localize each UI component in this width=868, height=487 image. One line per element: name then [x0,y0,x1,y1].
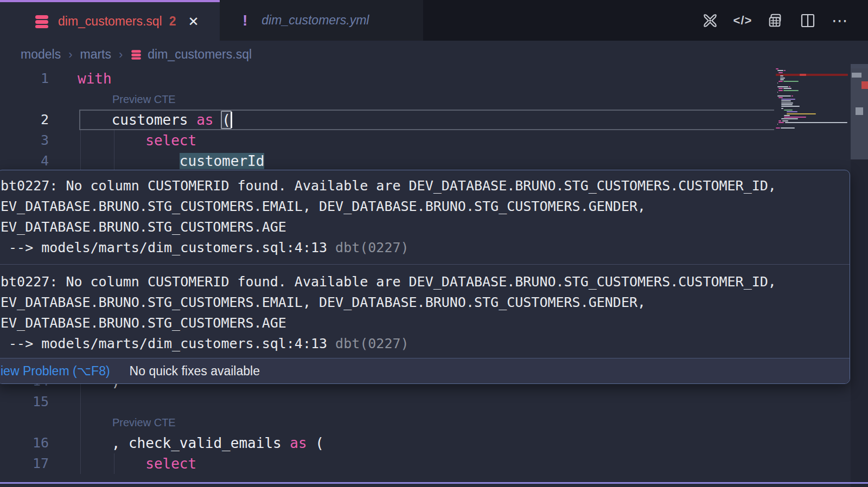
preview-cte-lens[interactable]: Preview CTE [112,89,176,110]
minimap-line [777,86,788,87]
error-code: dbt(0227) [327,240,409,255]
minimap-error-line [800,74,807,76]
breadcrumb-item-models[interactable]: models [21,47,61,62]
breadcrumb-file-label: dim_customers.sql [148,47,252,62]
minimap-line [780,79,784,80]
minimap-line [778,90,783,91]
breadcrumb-item-file[interactable]: dim_customers.sql [130,47,252,62]
minimap-line [783,90,799,91]
chevron-right-icon: › [68,48,72,62]
code-text: with [78,68,112,89]
indent-guide [80,384,81,474]
minimap-line [784,110,792,111]
minimap-line [781,99,795,100]
tab-label: dim_customers.sql [58,14,162,29]
tab-problem-count: 2 [169,14,176,29]
minimap-line [781,118,798,119]
minimap-line [777,124,778,125]
minimap-line [781,108,783,109]
text-cursor [231,112,232,128]
ruler-marker [856,107,863,115]
minimap-line [781,127,795,129]
error-code: dbt(0227) [327,336,409,351]
minimap-line [778,120,781,121]
breadcrumb: models › marts › dim_customers.sql [0,41,868,68]
code-line[interactable]: 3 select [0,130,868,151]
view-problem-link[interactable]: iew Problem (⌥F8) [1,364,110,379]
block-separator [0,264,850,265]
code-text: select [78,453,196,474]
code-editor[interactable]: 1withPreview CTE2 customers as (3 select… [0,68,868,487]
minimap-line [776,68,778,69]
minimap-line [781,104,792,105]
line-number: 16 [0,433,49,453]
line-number: 4 [0,151,49,171]
minimap-line [792,95,793,97]
line-number: 3 [0,130,49,151]
code-line[interactable]: 15 [0,392,868,412]
minimap-error-line [776,74,848,76]
database-icon [130,49,142,61]
code-text: customerId [78,151,264,171]
error-line: EV_DATABASE.BRUNO.STG_CUSTOMERS.EMAIL, D… [1,196,844,217]
minimap-line [777,82,778,84]
code-lens-row[interactable]: Preview CTE [0,89,868,110]
code-text: customers as ( [78,110,232,130]
split-editor-icon[interactable] [800,12,816,29]
editor-toolbar: </> ⋯ [702,0,848,41]
minimap-line [784,117,806,118]
close-icon[interactable]: ✕ [188,14,199,29]
error-line: EV_DATABASE.BRUNO.STG_CUSTOMERS.EMAIL, D… [1,292,844,313]
error-hover-popup: bt0227: No column CUSTOMERID found. Avai… [0,170,850,384]
error-location: --> models/marts/dim_customers.sql:4:13 … [1,238,844,258]
minimap-line [780,78,785,79]
indent-guide [114,453,114,474]
minimap-line [777,70,784,71]
code-line[interactable]: 2 customers as ( [0,110,868,130]
error-block: bt0227: No column CUSTOMERID found. Avai… [0,170,850,262]
dbt-icon[interactable] [702,12,718,29]
code-text: select [78,130,196,151]
code-line[interactable]: 1with [0,68,868,89]
minimap-line [781,102,793,104]
line-number: 2 [0,110,49,130]
error-blocks: bt0227: No column CUSTOMERID found. Avai… [0,170,850,358]
minimap[interactable] [776,68,851,139]
error-line: bt0227: No column CUSTOMERID found. Avai… [1,176,844,196]
ruler-error-marker [861,81,868,89]
query-results-icon[interactable] [767,12,783,29]
minimap-line [781,106,799,107]
warning-icon: ! [242,12,247,29]
minimap-line [782,120,789,121]
minimap-line [778,72,783,73]
vscode-window: dim_customers.sql 2 ✕ ! dim_customers.ym… [0,0,868,487]
tab-dim-customers-sql[interactable]: dim_customers.sql 2 ✕ [0,0,220,41]
code-icon[interactable]: </> [735,12,751,29]
code-line[interactable]: 17 select [0,453,868,474]
preview-cte-lens[interactable]: Preview CTE [112,412,176,433]
minimap-line [780,75,783,76]
quick-fix-message: No quick fixes available [130,364,260,379]
minimap-line [785,122,847,123]
error-block: bt0227: No column CUSTOMERID found. Avai… [0,266,850,358]
more-actions-icon[interactable]: ⋯ [832,12,848,29]
tab-dim-customers-yml[interactable]: ! dim_customers.yml [220,0,423,41]
line-number: 15 [0,392,49,412]
indent-guide [80,130,81,170]
error-location: --> models/marts/dim_customers.sql:4:13 … [1,334,844,354]
selected-identifier: customerId [180,153,265,169]
minimap-line [783,88,792,89]
code-line[interactable]: 4 customerId [0,151,868,171]
error-line: EV_DATABASE.BRUNO.STG_CUSTOMERS.AGE [1,217,844,238]
minimap-line [784,70,786,71]
minimap-line [784,115,789,116]
ruler-marker [852,73,861,78]
code-line[interactable]: 16 , check_valid_emails as ( [0,433,868,453]
code-lens-row[interactable]: Preview CTE [0,412,868,433]
minimap-line [778,81,783,82]
minimap-line [778,88,783,89]
error-line: bt0227: No column CUSTOMERID found. Avai… [1,272,844,292]
minimap-line [781,100,791,101]
database-icon [34,14,50,30]
breadcrumb-item-marts[interactable]: marts [80,47,111,62]
